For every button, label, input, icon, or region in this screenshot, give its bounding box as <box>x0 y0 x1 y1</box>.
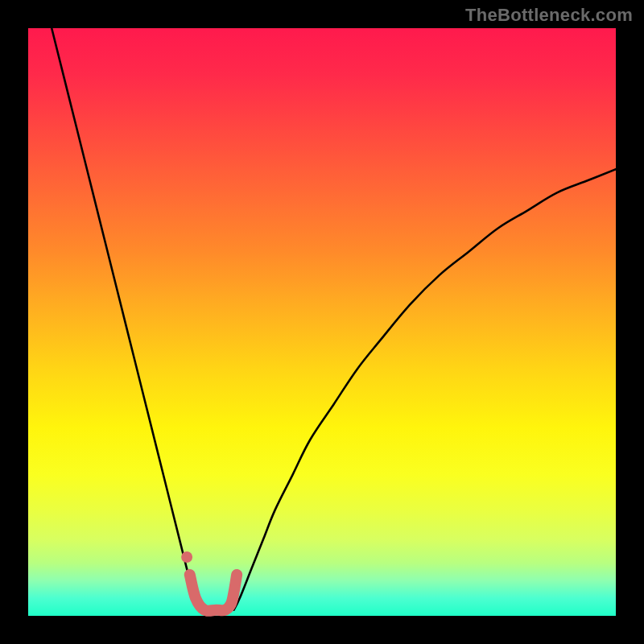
right-curve <box>234 169 617 610</box>
bottleneck-marker-dot <box>181 551 192 563</box>
chart-frame: TheBottleneck.com <box>0 0 644 644</box>
watermark-text: TheBottleneck.com <box>465 5 633 26</box>
chart-svg <box>28 28 616 616</box>
plot-area <box>28 28 616 616</box>
left-curve <box>52 28 199 610</box>
bottleneck-marker-curve <box>190 575 237 611</box>
